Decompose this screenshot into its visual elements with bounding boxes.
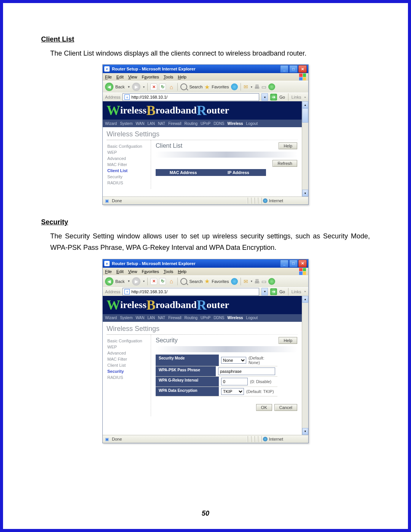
links-label[interactable]: Links	[292, 95, 301, 99]
menu-file[interactable]: File	[105, 269, 112, 274]
max-button[interactable]: □	[289, 65, 298, 73]
menu-favorites[interactable]: Favorites	[142, 269, 159, 274]
encryption-select[interactable]: TKIP	[221, 388, 244, 395]
go-icon[interactable]: ➔	[270, 94, 277, 101]
side-advanced[interactable]: Advanced	[104, 155, 149, 161]
side-security[interactable]: Security	[104, 174, 149, 180]
nav-system[interactable]: System	[120, 316, 132, 320]
ok-button[interactable]: OK	[256, 404, 272, 411]
search-icon[interactable]	[180, 83, 187, 90]
menu-view[interactable]: View	[128, 269, 137, 274]
scroll-thumb[interactable]	[302, 108, 308, 122]
menu-help[interactable]: Help	[178, 75, 186, 79]
media-icon[interactable]	[231, 278, 238, 285]
nav-system[interactable]: System	[120, 121, 132, 126]
go-label[interactable]: Go	[279, 95, 285, 99]
nav-firewall[interactable]: Firewall	[168, 316, 181, 320]
side-clientlist[interactable]: Client List	[104, 362, 149, 368]
side-macfilter[interactable]: MAC Filter	[104, 356, 149, 362]
side-wep[interactable]: WEP	[104, 149, 149, 155]
side-radius[interactable]: RADIUS	[104, 180, 149, 186]
nav-ddns[interactable]: DDNS	[213, 316, 224, 320]
print-icon[interactable]: 🖶	[254, 84, 260, 90]
nav-wireless[interactable]: Wireless	[228, 316, 243, 320]
nav-wan[interactable]: WAN	[135, 121, 144, 126]
help-button[interactable]: Help	[279, 142, 297, 149]
scrollbar[interactable]: ▴ ▾	[302, 101, 308, 197]
address-input[interactable]: e http://192.168.10.1/	[123, 93, 259, 101]
nav-upnp[interactable]: UPnP	[201, 316, 210, 320]
print-icon[interactable]: 🖶	[254, 278, 260, 284]
stop-icon[interactable]: ✕	[150, 83, 157, 90]
scroll-up-icon[interactable]: ▴	[302, 296, 308, 303]
address-input[interactable]: e http://192.168.10.1/	[123, 288, 259, 296]
scroll-up-icon[interactable]: ▴	[302, 101, 308, 108]
address-dropdown[interactable]: ▾	[261, 93, 268, 101]
menu-tools[interactable]: Tools	[164, 75, 174, 79]
search-label[interactable]: Search	[189, 279, 202, 284]
nav-logout[interactable]: Logout	[246, 316, 258, 320]
nav-upnp[interactable]: UPnP	[201, 121, 210, 126]
menu-edit[interactable]: Edit	[116, 75, 124, 79]
home-icon[interactable]: ⌂	[168, 278, 175, 285]
nav-nat[interactable]: NAT	[158, 316, 165, 320]
side-advanced[interactable]: Advanced	[104, 350, 149, 356]
messenger-icon[interactable]	[268, 83, 275, 90]
side-wep[interactable]: WEP	[104, 344, 149, 350]
nav-wan[interactable]: WAN	[135, 316, 144, 320]
address-dropdown[interactable]: ▾	[261, 288, 268, 296]
side-basicconfig[interactable]: Basic Configuation	[104, 338, 149, 344]
close-button[interactable]: ✕	[298, 260, 307, 267]
edit-icon[interactable]: ▭	[261, 84, 266, 90]
nav-ddns[interactable]: DDNS	[213, 121, 224, 126]
menu-tools[interactable]: Tools	[164, 269, 174, 274]
mail-icon[interactable]: ✉	[244, 278, 248, 284]
mail-icon[interactable]: ✉	[244, 84, 248, 90]
forward-icon[interactable]: ►	[132, 277, 140, 286]
scroll-down-icon[interactable]: ▾	[302, 190, 308, 197]
nav-logout[interactable]: Logout	[246, 121, 258, 126]
search-icon[interactable]	[180, 278, 187, 285]
close-button[interactable]: ✕	[298, 65, 307, 73]
menu-edit[interactable]: Edit	[116, 269, 124, 274]
min-button[interactable]: _	[280, 65, 288, 73]
forward-icon[interactable]: ►	[132, 83, 140, 91]
favorites-label[interactable]: Favorites	[212, 279, 229, 284]
nav-routing[interactable]: Routing	[185, 316, 198, 320]
max-button[interactable]: □	[289, 260, 298, 267]
side-radius[interactable]: RADIUS	[104, 374, 149, 380]
favorites-icon[interactable]: ★	[204, 278, 210, 285]
min-button[interactable]: _	[280, 260, 288, 267]
nav-wireless[interactable]: Wireless	[228, 121, 243, 126]
menu-file[interactable]: File	[105, 75, 112, 79]
nav-lan[interactable]: LAN	[147, 316, 155, 320]
back-icon[interactable]: ◄	[105, 277, 113, 286]
scroll-down-icon[interactable]: ▾	[302, 428, 308, 435]
back-label[interactable]: Back	[115, 279, 124, 284]
edit-icon[interactable]: ▭	[261, 278, 266, 284]
home-icon[interactable]: ⌂	[168, 83, 175, 90]
scrollbar[interactable]: ▴ ▾	[302, 296, 308, 435]
go-icon[interactable]: ➔	[270, 288, 277, 295]
side-clientlist[interactable]: Client List	[104, 168, 149, 174]
nav-wizard[interactable]: Wizard	[105, 121, 117, 126]
side-macfilter[interactable]: MAC Filter	[104, 161, 149, 168]
links-label[interactable]: Links	[292, 289, 301, 294]
search-label[interactable]: Search	[189, 85, 202, 89]
nav-nat[interactable]: NAT	[158, 121, 165, 126]
menu-view[interactable]: View	[128, 75, 137, 79]
media-icon[interactable]	[231, 83, 238, 90]
nav-lan[interactable]: LAN	[147, 121, 155, 126]
favorites-icon[interactable]: ★	[204, 83, 210, 91]
nav-firewall[interactable]: Firewall	[168, 121, 181, 126]
refresh-button[interactable]: Refresh	[272, 160, 297, 167]
menu-help[interactable]: Help	[178, 269, 186, 274]
back-label[interactable]: Back	[115, 85, 124, 89]
help-button[interactable]: Help	[279, 337, 297, 344]
refresh-icon[interactable]: ↻	[159, 278, 166, 285]
nav-routing[interactable]: Routing	[185, 121, 198, 126]
side-basicconfig[interactable]: Basic Configuation	[104, 143, 149, 149]
messenger-icon[interactable]	[268, 278, 275, 285]
stop-icon[interactable]: ✕	[150, 278, 157, 285]
passphrase-input[interactable]	[218, 367, 275, 375]
